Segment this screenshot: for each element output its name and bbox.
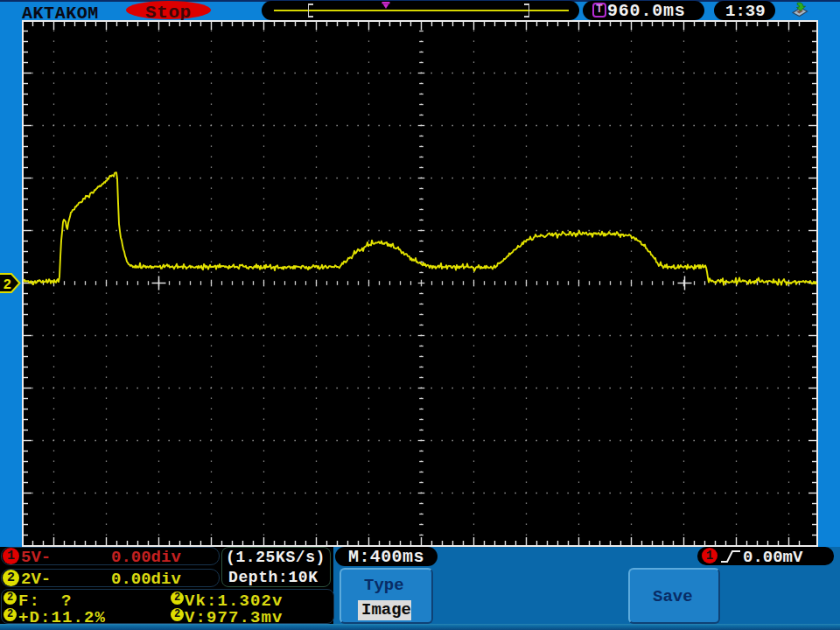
svg-text:2: 2 xyxy=(4,277,12,293)
